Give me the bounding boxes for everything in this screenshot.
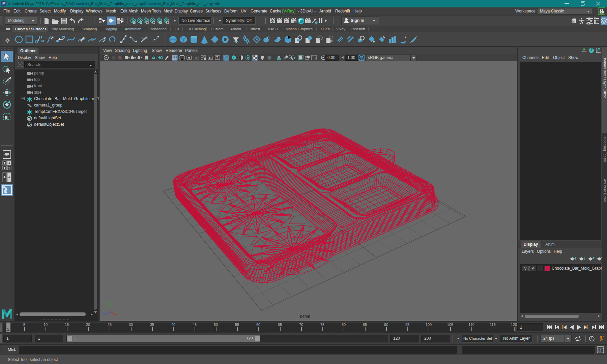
svg-text:z: z — [103, 311, 105, 314]
svg-text:y: y — [109, 300, 111, 304]
svg-text:x: x — [115, 313, 117, 316]
svg-text:{;}: {;} — [598, 349, 601, 352]
svg-text:IPR: IPR — [285, 21, 288, 23]
svg-text:ON: ON — [360, 57, 363, 59]
svg-text:T: T — [216, 56, 218, 60]
